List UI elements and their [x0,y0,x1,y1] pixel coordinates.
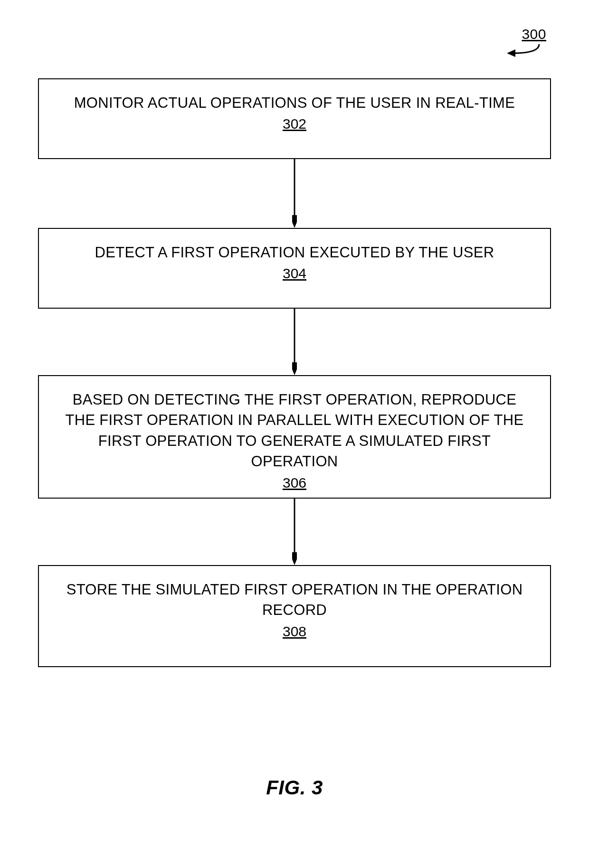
flow-step-304: DETECT A FIRST OPERATION EXECUTED BY THE… [38,228,551,309]
flow-step-ref: 302 [283,116,306,132]
svg-marker-4 [292,362,297,375]
figure-caption: FIG. 3 [0,776,589,799]
flow-step-308: STORE THE SIMULATED FIRST OPERATION IN T… [38,565,551,667]
flow-step-text: MONITOR ACTUAL OPERATIONS OF THE USER IN… [58,93,531,113]
arrow-down-icon [292,159,297,228]
flow-step-306: BASED ON DETECTING THE FIRST OPERATION, … [38,375,551,499]
flow-step-ref: 304 [283,265,306,282]
svg-marker-6 [292,552,297,565]
svg-marker-0 [507,49,515,57]
flow-step-text: BASED ON DETECTING THE FIRST OPERATION, … [58,389,531,472]
flow-step-ref: 306 [283,475,306,491]
flowchart-canvas: 300 MONITOR ACTUAL OPERATIONS OF THE USE… [0,0,589,868]
flow-step-302: MONITOR ACTUAL OPERATIONS OF THE USER IN… [38,78,551,159]
arrow-down-icon [292,499,297,565]
flow-step-ref: 308 [283,623,306,640]
arrow-down-icon [292,309,297,375]
flow-step-text: DETECT A FIRST OPERATION EXECUTED BY THE… [58,242,531,263]
figure-reference-arrow-icon [506,43,544,62]
figure-reference-number: 300 [522,26,546,42]
flow-step-text: STORE THE SIMULATED FIRST OPERATION IN T… [58,579,531,621]
svg-marker-2 [292,215,297,228]
